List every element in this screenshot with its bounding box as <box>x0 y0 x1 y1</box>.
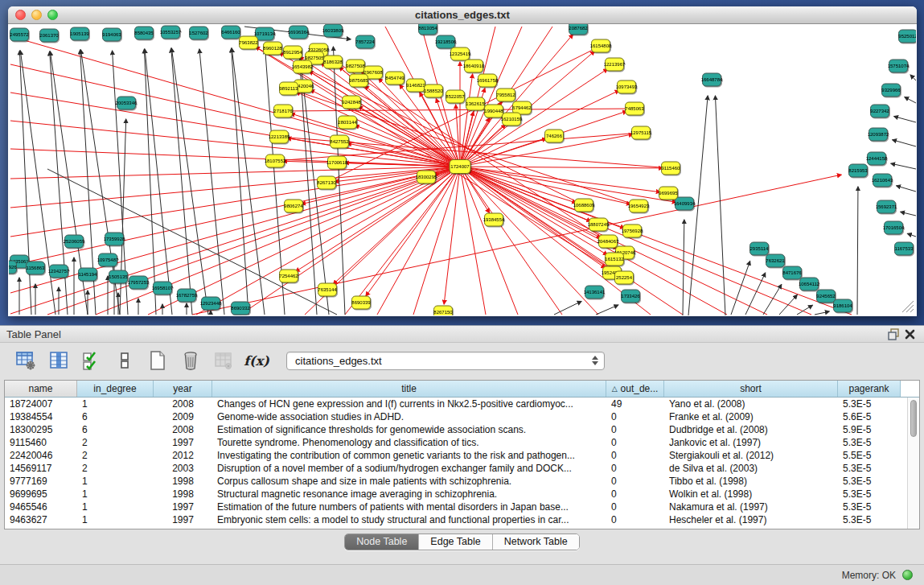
table-scrollbar[interactable] <box>907 398 919 529</box>
graph-edge[interactable] <box>596 305 618 315</box>
graph-edge[interactable] <box>815 311 829 315</box>
table-row[interactable]: 911546021997Tourette syndrome. Phenomeno… <box>5 436 907 449</box>
table-select-dropdown[interactable]: citations_edges.txt <box>286 352 605 370</box>
column-header-pagerank[interactable]: pagerank <box>838 381 901 397</box>
cell-short[interactable]: Wolkin et al. (1998) <box>664 488 838 500</box>
cell-year[interactable]: 2008 <box>154 424 212 435</box>
cell-short[interactable]: Franke et al. (2009) <box>664 411 838 422</box>
graph-edge[interactable] <box>144 49 156 315</box>
function-builder-button[interactable]: f(x) <box>244 348 269 373</box>
unselect-all-button[interactable] <box>112 348 138 373</box>
graph-edge[interactable] <box>377 167 460 315</box>
cell-year[interactable]: 2008 <box>154 398 212 410</box>
cell-in_degree[interactable]: 6 <box>77 424 154 435</box>
cell-title[interactable]: Changes of HCN gene expression and I(f) … <box>212 398 606 410</box>
cell-pagerank[interactable]: 5.3E-5 <box>838 437 901 448</box>
graph-edge[interactable] <box>891 163 916 169</box>
cell-short[interactable]: de Silva et al. (2003) <box>664 463 838 474</box>
cell-out_degree[interactable]: 0 <box>606 463 664 474</box>
cell-out_degree[interactable]: 49 <box>606 398 664 410</box>
new-table-button[interactable] <box>145 348 170 373</box>
cell-year[interactable]: 1998 <box>154 476 212 487</box>
canvas-resize-grip[interactable] <box>902 301 914 312</box>
cell-title[interactable]: Disruption of a novel member of a sodium… <box>212 463 606 474</box>
cell-short[interactable]: Nakamura et al. (1997) <box>664 501 838 513</box>
cell-year[interactable]: 1997 <box>154 437 212 448</box>
graph-edge[interactable] <box>910 75 916 80</box>
graph-edge[interactable] <box>907 233 916 237</box>
graph-edge[interactable] <box>893 140 916 146</box>
cell-in_degree[interactable]: 6 <box>77 411 154 422</box>
graph-edge[interactable] <box>554 301 581 315</box>
graph-edge[interactable] <box>232 48 248 315</box>
graph-edge[interactable] <box>460 167 562 315</box>
cell-name[interactable]: 18300295 <box>5 424 77 435</box>
cell-out_degree[interactable]: 0 <box>606 501 664 513</box>
table-row[interactable]: 1872400712008Changes of HCN gene express… <box>5 398 907 410</box>
table-row[interactable]: 977716911998Corpus callosum shape and si… <box>5 475 907 488</box>
table-row[interactable]: 2242004622012Investigating the contribut… <box>5 449 907 462</box>
column-header-year[interactable]: year <box>154 381 212 397</box>
column-header-title[interactable]: title <box>212 381 606 397</box>
cell-out_degree[interactable]: 0 <box>606 424 664 435</box>
cell-pagerank[interactable]: 5.9E-5 <box>838 424 901 435</box>
cell-short[interactable]: Hescheler et al. (1997) <box>664 514 838 525</box>
cell-in_degree[interactable]: 1 <box>77 488 154 500</box>
network-graph[interactable]: 2495572206137019051399194063858043510553… <box>9 24 916 315</box>
tab-network-table[interactable]: Network Table <box>493 534 579 550</box>
table-row[interactable]: 1938455462009Genome-wide association stu… <box>5 410 907 423</box>
graph-edge[interactable] <box>894 117 916 122</box>
window-titlebar[interactable]: citations_edges.txt <box>8 6 917 24</box>
cell-name[interactable]: 9115460 <box>5 437 77 448</box>
cell-pagerank[interactable]: 5.6E-5 <box>838 411 901 422</box>
cell-short[interactable]: Tibbo et al. (1998) <box>664 476 838 487</box>
cell-title[interactable]: Structural magnetic resonance image aver… <box>212 488 606 500</box>
graph-edge[interactable] <box>779 295 797 315</box>
cell-short[interactable]: Jankovic et al. (1997) <box>664 437 838 448</box>
cell-in_degree[interactable]: 2 <box>77 450 154 461</box>
column-header-name[interactable]: name <box>5 381 77 397</box>
cell-title[interactable]: Corpus callosum shape and size in male p… <box>212 476 606 487</box>
table-mode-button[interactable] <box>13 348 39 373</box>
cell-title[interactable]: Estimation of significance thresholds fo… <box>212 424 606 435</box>
cell-out_degree[interactable]: 0 <box>606 476 664 487</box>
cell-name[interactable]: 18724007 <box>5 398 77 410</box>
cell-title[interactable]: Investigating the contribution of common… <box>212 450 606 461</box>
table-row[interactable]: 1456911722003Disruption of a novel membe… <box>5 462 907 475</box>
select-all-button[interactable] <box>79 348 105 373</box>
cell-year[interactable]: 2003 <box>154 463 212 474</box>
graph-edge[interactable] <box>120 119 126 315</box>
cell-pagerank[interactable]: 5.5E-5 <box>838 450 901 461</box>
graph-edge[interactable] <box>857 187 858 315</box>
cell-out_degree[interactable]: 0 <box>606 450 664 461</box>
graph-edge[interactable] <box>296 92 460 167</box>
cell-short[interactable]: Stergiakouli et al. (2012) <box>664 450 838 461</box>
cell-out_degree[interactable]: 0 <box>606 514 664 525</box>
cell-name[interactable]: 14569117 <box>5 463 77 474</box>
cell-name[interactable]: 22420046 <box>5 450 77 461</box>
table-row[interactable]: 969969511998Structural magnetic resonanc… <box>5 488 907 501</box>
tab-edge-table[interactable]: Edge Table <box>419 534 492 550</box>
cell-year[interactable]: 1997 <box>154 514 212 525</box>
cell-name[interactable]: 19384554 <box>5 411 77 422</box>
import-table-button[interactable] <box>211 348 236 373</box>
cell-title[interactable]: Embryonic stem cells: a model to study s… <box>212 514 606 525</box>
cell-out_degree[interactable]: 0 <box>606 488 664 500</box>
cell-pagerank[interactable]: 5.3E-5 <box>838 476 901 487</box>
cell-out_degree[interactable]: 0 <box>606 437 664 448</box>
table-row[interactable]: 946362711997Embryonic stem cells: a mode… <box>5 513 907 526</box>
column-header-short[interactable]: short <box>664 381 838 397</box>
graph-edge[interactable] <box>897 186 916 192</box>
graph-edge[interactable] <box>763 285 782 315</box>
cell-pagerank[interactable]: 5.3E-5 <box>838 514 901 525</box>
graph-edge[interactable] <box>10 167 460 266</box>
cell-in_degree[interactable]: 1 <box>77 398 154 410</box>
cell-pagerank[interactable]: 5.3E-5 <box>838 463 901 474</box>
scrollbar-thumb[interactable] <box>910 400 917 437</box>
cell-pagerank[interactable]: 5.3E-5 <box>838 501 901 513</box>
graph-edge[interactable] <box>905 97 916 103</box>
cell-year[interactable]: 2009 <box>154 411 212 422</box>
column-header-in_degree[interactable]: in_degree <box>77 381 154 397</box>
graph-edge[interactable] <box>345 167 460 315</box>
table-row[interactable]: 1830029562008Estimation of significance … <box>5 423 907 436</box>
